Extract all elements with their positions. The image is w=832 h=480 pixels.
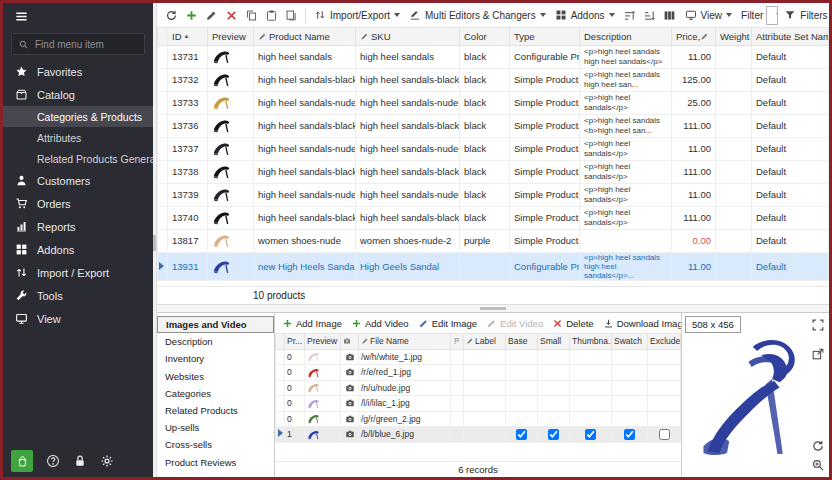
delete-product-button[interactable] [222,6,240,24]
column-header-description[interactable]: Description [580,28,672,45]
delete-button[interactable]: Delete [552,318,593,329]
column-header-thumbna[interactable]: Thumbna... [570,334,612,349]
column-header-exclude[interactable]: Exclude [648,334,681,349]
column-header-id[interactable]: ID▲ [168,28,208,45]
sidebar-item-view[interactable]: View [3,307,153,330]
product-row[interactable]: 13739high heel sandals-nude-37high heel … [158,183,829,206]
edit-product-button[interactable] [202,6,220,24]
product-row[interactable]: 13931new High Heels SandalsHigh Geels Sa… [158,252,829,281]
copy-button[interactable] [242,6,260,24]
addons-menu[interactable]: Addons [552,6,618,25]
help-icon[interactable] [46,454,60,468]
filters-menu[interactable]: Filters [781,6,829,25]
store-manager-button[interactable] [11,450,33,472]
product-type: Simple Product [510,206,580,229]
product-row[interactable]: 13733high heel sandals-nudehigh heel san… [158,91,829,114]
sidebar-item-related-products-generator[interactable]: Related Products Generator [3,148,153,169]
sidebar-item-orders[interactable]: Orders [3,192,153,215]
column-header-label[interactable]: Label [464,334,506,349]
sort-descending-button[interactable] [641,6,659,24]
image-row[interactable]: 1/b/l/blue_6.jpg [276,427,681,443]
column-header-pr[interactable]: Pr... [285,334,305,349]
column-header-color[interactable]: Color [460,28,510,45]
sidebar-search[interactable] [11,33,145,55]
sidebar-item-import-export[interactable]: Import / Export [3,261,153,284]
tab-websites[interactable]: Websites [157,368,274,385]
small-checkbox[interactable] [548,429,559,440]
sidebar-item-customers[interactable]: Customers [3,169,153,192]
edit-video-button[interactable]: Edit Video [486,318,543,329]
column-header-product-name[interactable]: Product Name [254,28,356,45]
add-product-button[interactable] [182,6,200,24]
column-header-swatch[interactable]: Swatch [612,334,648,349]
product-row[interactable]: 13732high heel sandals-blackhigh heel sa… [158,68,829,91]
sidebar-item-attributes[interactable]: Attributes [3,127,153,148]
sidebar-item-catalog[interactable]: Catalog [3,83,153,106]
image-row[interactable]: 0/w/h/white_1.jpg [276,349,681,365]
product-row[interactable]: 13737high heel sandals-nude-36high heel … [158,137,829,160]
column-header-preview[interactable]: Preview [305,334,341,349]
tab-images-and-video[interactable]: Images and Video [157,316,274,333]
product-row[interactable]: 13736high heel sandals-black-36high heel… [158,114,829,137]
sidebar-item-categories-products[interactable]: Categories & Products [3,106,153,127]
lock-icon[interactable] [73,454,87,468]
tab-description[interactable]: Description [157,333,274,350]
hamburger-menu-icon[interactable] [14,9,29,24]
duplicate-button[interactable] [282,6,300,24]
column-header-weight[interactable]: Weight [716,28,752,45]
column-header-attribute-set-name[interactable]: Attribute Set Name [752,28,829,45]
column-header-base[interactable]: Base [506,334,538,349]
multi-editors-menu[interactable]: Multi Editors & Changers [406,6,549,25]
open-external-icon[interactable] [811,347,825,361]
refresh-button[interactable] [162,6,180,24]
view-menu[interactable]: View [682,6,736,25]
swatch-checkbox[interactable] [624,429,635,440]
sidebar-item-tools[interactable]: Tools [3,284,153,307]
column-header-camera-icon[interactable] [341,334,359,349]
image-row[interactable]: 0/l/i/lilac_1.jpg [276,396,681,412]
tab-up-sells[interactable]: Up-sells [157,419,274,436]
thumbnail-checkbox[interactable] [585,429,596,440]
add-image-button[interactable]: Add Image [282,318,342,329]
column-header-type[interactable]: Type [510,28,580,45]
exclude-checkbox[interactable] [659,429,670,440]
product-row[interactable]: 13738high heel sandals-black-37high heel… [158,160,829,183]
tab-inventory[interactable]: Inventory [157,350,274,367]
zoom-icon[interactable] [811,458,825,472]
download-image-button[interactable]: Download Image [603,318,681,329]
column-header-preview[interactable]: Preview [208,28,254,45]
column-header-small[interactable]: Small [538,334,570,349]
horizontal-splitter[interactable] [157,304,829,313]
sidebar-item-addons[interactable]: Addons [3,238,153,261]
tab-product-reviews[interactable]: Product Reviews [157,454,274,471]
image-row[interactable]: 0/g/r/green_2.jpg [276,411,681,427]
paste-button[interactable] [262,6,280,24]
tab-cross-sells[interactable]: Cross-sells [157,436,274,453]
gear-icon[interactable] [100,454,114,468]
product-row[interactable]: 13731high heel sandalshigh heel sandalsb… [158,45,829,68]
menu-search-input[interactable] [35,39,138,50]
vertical-splitter[interactable] [153,3,157,477]
tab-categories[interactable]: Categories [157,385,274,402]
pencil-icon [205,9,218,22]
tab-related-products[interactable]: Related Products [157,402,274,419]
filter-select[interactable]: Show products from selected categories [766,6,778,25]
columns-button[interactable] [661,6,679,24]
sidebar-item-reports[interactable]: Reports [3,215,153,238]
column-header-sku[interactable]: SKU [356,28,460,45]
add-video-button[interactable]: Add Video [351,318,409,329]
base-checkbox[interactable] [516,429,527,440]
product-row[interactable]: 13740high heel sandals-black-38high heel… [158,206,829,229]
edit-image-button[interactable]: Edit Image [418,318,477,329]
column-header-price[interactable]: Price, [672,28,716,45]
import-export-menu[interactable]: Import/Export [311,6,403,25]
product-row[interactable]: 13817women shoes-nudewomen shoes-nude-2p… [158,229,829,252]
rotate-icon[interactable] [811,439,825,453]
fullscreen-icon[interactable] [811,318,825,332]
column-header-file-name[interactable]: File Name [359,334,451,349]
image-row[interactable]: 0/n/u/nude.jpg [276,380,681,396]
column-header-flag-icon[interactable] [451,334,464,349]
sidebar-item-favorites[interactable]: Favorites [3,60,153,83]
sort-ascending-button[interactable] [621,6,639,24]
image-row[interactable]: 0/r/e/red_1.jpg [276,365,681,381]
